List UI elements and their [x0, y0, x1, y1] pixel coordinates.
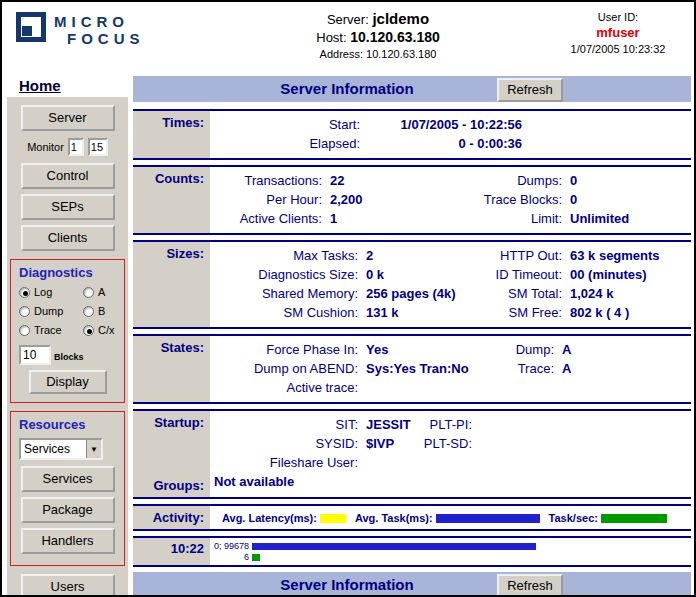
- diagnostics-title: Diagnostics: [19, 265, 124, 280]
- field-value: Sys:Yes Tran:No: [358, 359, 486, 378]
- times-row: Elapsed: 0 - 0:00:36: [210, 134, 689, 153]
- field-value: [358, 453, 420, 472]
- field-value: 00 (minutes): [562, 265, 647, 284]
- startup-row: SYSID: $IVP PLT-SD:: [210, 434, 689, 453]
- sizes-section: Sizes: Max Tasks: 2 HTTP Out: 63 k segme…: [133, 240, 691, 329]
- counts-row: Per Hour: 2,200 Trace Blocks: 0: [210, 190, 689, 209]
- startup-row: Fileshare User:: [210, 453, 689, 472]
- bottom-title-bar: Server Information Refresh: [133, 572, 691, 597]
- latency-swatch: [320, 514, 346, 523]
- field-value: [554, 378, 562, 397]
- times-label: Times:: [133, 115, 204, 130]
- seps-button[interactable]: SEPs: [21, 194, 115, 220]
- times-label-cell: Times:: [133, 111, 210, 158]
- blocks-row: Blocks: [19, 345, 124, 365]
- monitor-row: Monitor: [9, 138, 126, 156]
- timeline-line-1: 0; 99678: [214, 541, 536, 551]
- radio-dump[interactable]: Dump: [19, 305, 83, 317]
- display-button[interactable]: Display: [29, 370, 107, 394]
- radio-a-control[interactable]: [83, 287, 94, 298]
- home-link[interactable]: Home: [19, 77, 61, 94]
- field-label: Force Phase In:: [210, 340, 358, 359]
- esmac-window: MICRO FOCUS Server: jcldemo Host: 10.120…: [0, 0, 696, 597]
- field-label: Elapsed:: [210, 134, 360, 153]
- radio-log[interactable]: Log: [19, 286, 83, 298]
- field-value: JESSIT: [358, 415, 420, 434]
- blocks-label: Blocks: [54, 352, 84, 365]
- sizes-row: Shared Memory: 256 pages (4k) SM Total: …: [210, 284, 689, 303]
- timeline-content: 0; 99678 6: [210, 538, 536, 565]
- package-button[interactable]: Package: [21, 497, 115, 523]
- radio-log-label: Log: [34, 286, 52, 298]
- timeline-time-label: 10:22: [133, 541, 204, 556]
- radio-dump-control[interactable]: [19, 306, 30, 317]
- refresh-button-top[interactable]: Refresh: [497, 78, 563, 102]
- radio-trace-control[interactable]: [19, 325, 30, 336]
- radio-a[interactable]: A: [83, 286, 127, 298]
- legend-task: Avg. Task(ms):: [355, 512, 540, 524]
- radio-trace[interactable]: Trace: [19, 324, 83, 336]
- task-time-bar: [252, 543, 536, 550]
- radio-cx-label: C/x: [98, 324, 115, 336]
- field-label: Limit:: [434, 209, 562, 228]
- counts-row: Active Clients: 1 Limit: Unlimited: [210, 209, 689, 228]
- clients-button[interactable]: Clients: [21, 225, 115, 251]
- states-row: Force Phase In: Yes Dump: A: [210, 340, 689, 359]
- legend-tasksec: Task/sec:: [549, 512, 667, 524]
- times-content: Start: 1/07/2005 - 10:22:56 Elapsed: 0 -…: [210, 111, 691, 158]
- radio-b-control[interactable]: [83, 306, 94, 317]
- field-label: [420, 453, 472, 472]
- sizes-content: Max Tasks: 2 HTTP Out: 63 k segments Dia…: [210, 242, 691, 327]
- monitor-input-2[interactable]: [88, 138, 108, 156]
- server-header-info: Server: jcldemo Host: 10.120.63.180 Addr…: [214, 2, 542, 60]
- user-id-value: mfuser: [542, 25, 694, 40]
- blocks-input[interactable]: [19, 345, 51, 365]
- counts-label-cell: Counts:: [133, 167, 210, 233]
- legend-task-label: Avg. Task(ms):: [355, 512, 433, 524]
- radio-cx-control[interactable]: [83, 325, 94, 336]
- field-value: 1: [322, 209, 434, 228]
- field-value: Yes: [358, 340, 486, 359]
- chevron-down-icon[interactable]: ▼: [86, 440, 101, 458]
- field-value: $IVP: [358, 434, 420, 453]
- resources-select[interactable]: Services ▼: [19, 438, 103, 460]
- field-label: SM Cushion:: [210, 303, 358, 322]
- states-row: Dump on ABEND: Sys:Yes Tran:No Trace: A: [210, 359, 689, 378]
- radio-log-control[interactable]: [19, 287, 30, 298]
- address-label: Address:: [320, 48, 363, 60]
- timeline-line2-value: 6: [244, 552, 249, 562]
- users-button[interactable]: Users: [21, 574, 115, 597]
- field-value: A: [554, 340, 571, 359]
- timeline-line-2: 6: [244, 552, 536, 562]
- sidebar-panel: Server Monitor Control SEPs Clients Diag…: [7, 97, 128, 597]
- control-button[interactable]: Control: [21, 163, 115, 189]
- legend-latency-label: Avg. Latency(ms):: [222, 512, 317, 524]
- field-label: Transactions:: [210, 171, 322, 190]
- monitor-label: Monitor: [27, 141, 64, 153]
- server-button[interactable]: Server: [21, 105, 115, 131]
- field-label: Dump on ABEND:: [210, 359, 358, 378]
- address-line: Address: 10.120.63.180: [214, 48, 542, 60]
- refresh-button-bottom[interactable]: Refresh: [497, 574, 563, 597]
- radio-cx[interactable]: C/x: [83, 324, 127, 336]
- field-label: Active trace:: [210, 378, 358, 397]
- field-value: 131 k: [358, 303, 486, 322]
- logo-line-focus: FOCUS: [67, 30, 145, 47]
- legend-tasksec-label: Task/sec:: [549, 512, 598, 524]
- field-label: PLT-SD:: [420, 434, 472, 453]
- radio-dump-label: Dump: [34, 305, 63, 317]
- sizes-label: Sizes:: [133, 246, 204, 261]
- field-label: ID Timeout:: [486, 265, 562, 284]
- datetime-value: 1/07/2005 10:23:32: [542, 43, 694, 55]
- logo-text: MICRO FOCUS: [54, 12, 145, 47]
- radio-b[interactable]: B: [83, 305, 127, 317]
- page-body: Home Server Monitor Control SEPs Clients…: [2, 74, 694, 597]
- services-button[interactable]: Services: [21, 466, 115, 492]
- field-label: Dumps:: [434, 171, 562, 190]
- handlers-button[interactable]: Handlers: [21, 528, 115, 554]
- times-row: Start: 1/07/2005 - 10:22:56: [210, 115, 689, 134]
- startup-content: SIT: JESSIT PLT-PI: SYSID: $IVP PLT-SD: …: [210, 411, 691, 497]
- times-section: Times: Start: 1/07/2005 - 10:22:56 Elaps…: [133, 109, 691, 160]
- diagnostics-radio-grid: Log A Dump B: [19, 286, 124, 336]
- monitor-input-1[interactable]: [68, 138, 84, 156]
